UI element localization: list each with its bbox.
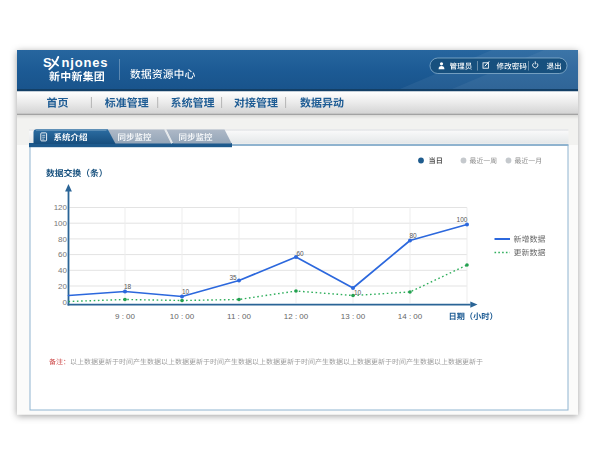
svg-text:80: 80	[409, 232, 417, 239]
svg-text:60: 60	[296, 250, 304, 257]
svg-text:20: 20	[58, 282, 67, 291]
svg-text:0: 0	[63, 298, 68, 307]
svg-text:35: 35	[229, 274, 237, 281]
svg-text:10 : 00: 10 : 00	[170, 312, 195, 321]
svg-text:12 : 00: 12 : 00	[284, 312, 309, 321]
svg-text:40: 40	[58, 266, 67, 275]
svg-text:9 : 00: 9 : 00	[115, 312, 136, 321]
svg-text:100: 100	[54, 219, 68, 228]
svg-text:10: 10	[354, 289, 362, 296]
svg-text:14 : 00: 14 : 00	[398, 312, 423, 321]
svg-text:80: 80	[58, 235, 67, 244]
svg-text:13 : 00: 13 : 00	[341, 312, 366, 321]
svg-text:njones: njones	[62, 55, 109, 70]
svg-text:120: 120	[54, 203, 68, 212]
svg-text:100: 100	[457, 216, 468, 223]
svg-text:10: 10	[182, 288, 190, 295]
svg-text:11 : 00: 11 : 00	[227, 312, 251, 321]
svg-text:18: 18	[124, 283, 132, 290]
svg-text:60: 60	[58, 250, 67, 259]
